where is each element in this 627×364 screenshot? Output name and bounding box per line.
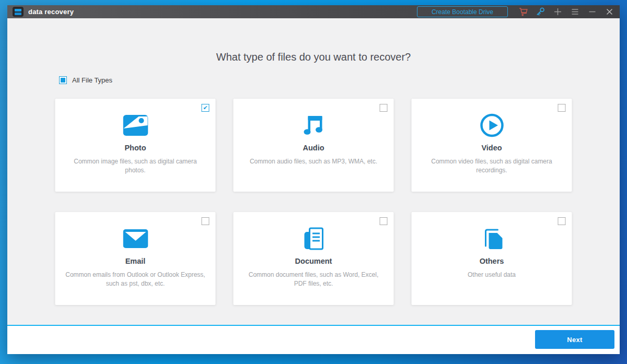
files-icon: [412, 227, 572, 251]
add-icon[interactable]: [553, 7, 563, 17]
app-title: data recovery: [28, 8, 74, 16]
card-title: Others: [412, 257, 572, 265]
key-icon[interactable]: [536, 7, 545, 17]
play-icon: [412, 113, 572, 137]
close-icon[interactable]: [605, 7, 614, 17]
app-logo-icon: [13, 7, 24, 17]
minimize-icon[interactable]: [587, 7, 597, 17]
card-description: Common emails from Outlook or Outlook Ex…: [55, 271, 216, 289]
titlebar: data recovery Create Bootable Drive: [7, 5, 620, 18]
card-others[interactable]: Others Other useful data: [412, 212, 572, 305]
card-description: Other useful data: [412, 271, 572, 279]
photo-checkbox[interactable]: [202, 104, 210, 112]
footer-bar: Next: [7, 325, 620, 354]
titlebar-controls: Create Bootable Drive: [417, 6, 614, 17]
file-type-grid: Photo Common image files, such as digita…: [55, 99, 572, 305]
email-checkbox[interactable]: [202, 217, 210, 225]
all-file-types-toggle[interactable]: All File Types: [59, 76, 112, 84]
card-title: Audio: [234, 144, 394, 152]
menu-icon[interactable]: [570, 7, 580, 17]
card-description: Common video files, such as digital came…: [412, 157, 572, 175]
all-file-types-checkbox[interactable]: [59, 76, 67, 84]
card-title: Document: [234, 257, 394, 265]
page-title: What type of files do you want to recove…: [7, 18, 620, 63]
document-checkbox[interactable]: [380, 217, 388, 225]
app-window: data recovery Create Bootable Drive: [7, 5, 620, 354]
others-checkbox[interactable]: [558, 217, 566, 225]
card-video[interactable]: Video Common video files, such as digita…: [412, 99, 572, 192]
main-content: What type of files do you want to recove…: [7, 18, 620, 325]
audio-checkbox[interactable]: [380, 104, 388, 112]
video-checkbox[interactable]: [558, 104, 566, 112]
photo-icon: [55, 113, 216, 137]
card-email[interactable]: Email Common emails from Outlook or Outl…: [55, 212, 216, 305]
envelope-icon: [55, 227, 216, 251]
document-icon: [234, 227, 394, 251]
card-document[interactable]: Document Common document files, such as …: [234, 212, 394, 305]
card-photo[interactable]: Photo Common image files, such as digita…: [55, 99, 216, 192]
card-title: Photo: [55, 144, 216, 152]
cart-icon[interactable]: [518, 7, 528, 17]
card-audio[interactable]: Audio Common audio files, such as MP3, W…: [234, 99, 394, 192]
card-description: Common audio files, such as MP3, WMA, et…: [234, 157, 394, 166]
music-note-icon: [234, 113, 394, 137]
all-file-types-label: All File Types: [72, 76, 112, 84]
card-description: Common image files, such as digital came…: [55, 157, 216, 175]
next-button[interactable]: Next: [535, 330, 614, 349]
card-title: Video: [412, 144, 572, 152]
card-description: Common document files, such as Word, Exc…: [234, 271, 394, 289]
create-bootable-drive-button[interactable]: Create Bootable Drive: [417, 6, 508, 17]
card-title: Email: [55, 257, 216, 265]
